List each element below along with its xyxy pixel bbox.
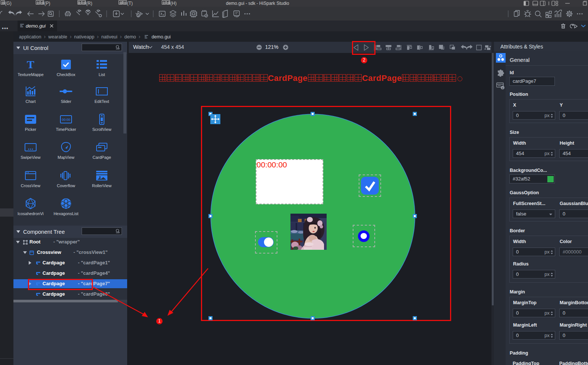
svg-text:00:00: 00:00 — [62, 118, 70, 122]
svg-text:i: i — [502, 86, 503, 90]
